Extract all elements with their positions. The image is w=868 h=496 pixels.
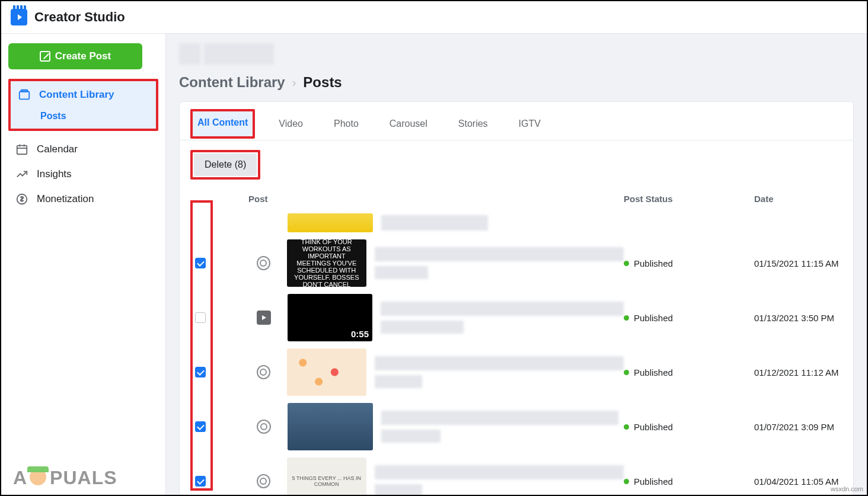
sidebar-item-insights[interactable]: Insights xyxy=(8,162,158,187)
tab-carousel[interactable]: Carousel xyxy=(382,110,435,140)
status-text: Published xyxy=(634,367,673,377)
chevron-right-icon: › xyxy=(292,76,296,89)
sidebar-item-calendar[interactable]: Calendar xyxy=(8,137,158,162)
breadcrumb: Content Library › Posts xyxy=(179,74,854,91)
tab-all-content[interactable]: All Content xyxy=(190,109,255,139)
sidebar-subitem-posts[interactable]: Posts xyxy=(11,107,156,126)
sidebar-nav: Content Library Posts Calendar Insights xyxy=(8,79,158,212)
status-dot-icon xyxy=(624,424,629,430)
row-checkbox[interactable] xyxy=(195,312,206,323)
app-title: Creator Studio xyxy=(34,9,125,25)
svg-rect-0 xyxy=(20,92,30,100)
row-checkbox[interactable] xyxy=(195,421,206,432)
delete-button[interactable]: Delete (8) xyxy=(194,153,257,176)
sidebar-item-label: Insights xyxy=(37,168,72,180)
status-text: Published xyxy=(634,313,673,323)
table-row[interactable]: THINK OF YOUR WORKOUTS AS IMPORTANT MEET… xyxy=(180,236,853,290)
page-selector[interactable] xyxy=(179,43,854,65)
post-thumbnail[interactable]: 0:55 xyxy=(288,294,372,341)
body: Create Post Content Library Posts xyxy=(1,34,867,495)
post-subtitle-blurred xyxy=(375,375,422,388)
watermark-text-a: A xyxy=(13,467,27,489)
tab-igtv[interactable]: IGTV xyxy=(512,110,548,140)
video-duration: 0:55 xyxy=(351,329,369,339)
status-badge: Published xyxy=(624,422,754,432)
table-row[interactable]: Published01/07/2021 3:09 PM xyxy=(180,399,853,454)
row-checkbox[interactable] xyxy=(195,258,206,268)
post-thumbnail[interactable]: 5 THINGS EVERY ... HAS IN COMMON xyxy=(287,457,366,495)
photo-type-icon xyxy=(257,365,270,379)
sidebar-item-label: Content Library xyxy=(39,89,114,101)
sidebar-item-label: Monetization xyxy=(37,193,94,205)
post-subtitle-blurred xyxy=(381,430,441,443)
post-thumbnail[interactable] xyxy=(288,213,373,232)
tab-video[interactable]: Video xyxy=(272,110,310,140)
compose-icon xyxy=(40,51,50,62)
sidebar-item-content-library[interactable]: Content Library xyxy=(11,82,156,107)
row-checkbox[interactable] xyxy=(195,476,206,487)
status-text: Published xyxy=(634,258,673,268)
post-thumbnail[interactable] xyxy=(288,403,373,450)
table-body: THINK OF YOUR WORKOUTS AS IMPORTANT MEET… xyxy=(180,210,853,495)
highlight-delete: Delete (8) xyxy=(190,150,260,180)
column-status: Post Status xyxy=(624,194,754,204)
post-title-blurred xyxy=(381,411,618,425)
tab-photo[interactable]: Photo xyxy=(327,110,366,140)
table-row[interactable]: 0:55Published01/13/2021 3:50 PM xyxy=(180,290,853,345)
photo-type-icon xyxy=(257,420,271,434)
page-avatar-blurred xyxy=(179,43,200,65)
post-title-blurred xyxy=(375,247,624,261)
post-title-blurred xyxy=(381,302,624,316)
breadcrumb-current: Posts xyxy=(303,74,342,91)
table-row[interactable]: Published01/12/2021 11:12 AM xyxy=(180,345,853,399)
photo-type-icon xyxy=(257,256,270,270)
insights-icon xyxy=(15,168,28,181)
svg-rect-1 xyxy=(21,90,28,92)
post-subtitle-blurred xyxy=(375,484,422,495)
post-subtitle-blurred xyxy=(375,266,428,279)
status-dot-icon xyxy=(624,479,629,484)
row-checkbox[interactable] xyxy=(195,367,206,377)
post-thumbnail[interactable]: THINK OF YOUR WORKOUTS AS IMPORTANT MEET… xyxy=(287,239,366,287)
post-date: 01/04/2021 11:05 AM xyxy=(754,476,843,487)
create-post-button[interactable]: Create Post xyxy=(8,43,142,69)
sidebar-item-label: Calendar xyxy=(37,143,78,155)
calendar-icon xyxy=(15,143,28,156)
post-date: 01/15/2021 11:15 AM xyxy=(754,258,843,268)
post-subtitle-blurred xyxy=(381,321,464,334)
table-header: Post Post Status Date xyxy=(180,189,853,210)
content-tabs: All Content Video Photo Carousel Stories… xyxy=(180,102,853,140)
video-type-icon xyxy=(257,311,271,325)
app-frame: Creator Studio Create Post Content Libra… xyxy=(0,0,868,496)
status-badge: Published xyxy=(624,367,754,377)
content-panel: All Content Video Photo Carousel Stories… xyxy=(179,101,854,495)
main-content: Content Library › Posts All Content Vide… xyxy=(166,34,867,495)
post-thumbnail[interactable] xyxy=(287,348,366,396)
watermark-text-b: PUALS xyxy=(50,467,117,489)
post-title-blurred xyxy=(375,465,624,479)
svg-rect-2 xyxy=(17,146,27,155)
status-badge: Published xyxy=(624,313,754,323)
watermark-mascot-icon xyxy=(27,466,50,489)
watermark: A PUALS xyxy=(13,466,117,489)
photo-type-icon xyxy=(257,474,270,488)
bulk-toolbar: Delete (8) xyxy=(180,140,853,189)
status-dot-icon xyxy=(624,315,629,321)
post-title-blurred xyxy=(375,356,624,370)
table-row[interactable]: 5 THINGS EVERY ... HAS IN COMMONPublishe… xyxy=(180,454,853,495)
creator-studio-logo-icon xyxy=(11,9,27,25)
post-date: 01/13/2021 3:50 PM xyxy=(754,313,843,323)
column-post: Post xyxy=(213,194,624,204)
library-icon xyxy=(18,88,31,101)
status-dot-icon xyxy=(624,370,629,375)
status-dot-icon xyxy=(624,261,629,266)
post-date: 01/07/2021 3:09 PM xyxy=(754,422,843,432)
tab-stories[interactable]: Stories xyxy=(451,110,495,140)
status-text: Published xyxy=(634,422,673,432)
source-credit: wsxdn.com xyxy=(831,485,863,492)
table-row[interactable] xyxy=(180,210,853,236)
post-title-blurred xyxy=(381,215,488,231)
top-bar: Creator Studio xyxy=(1,1,867,34)
sidebar-item-monetization[interactable]: Monetization xyxy=(8,187,158,212)
breadcrumb-root[interactable]: Content Library xyxy=(179,74,285,91)
